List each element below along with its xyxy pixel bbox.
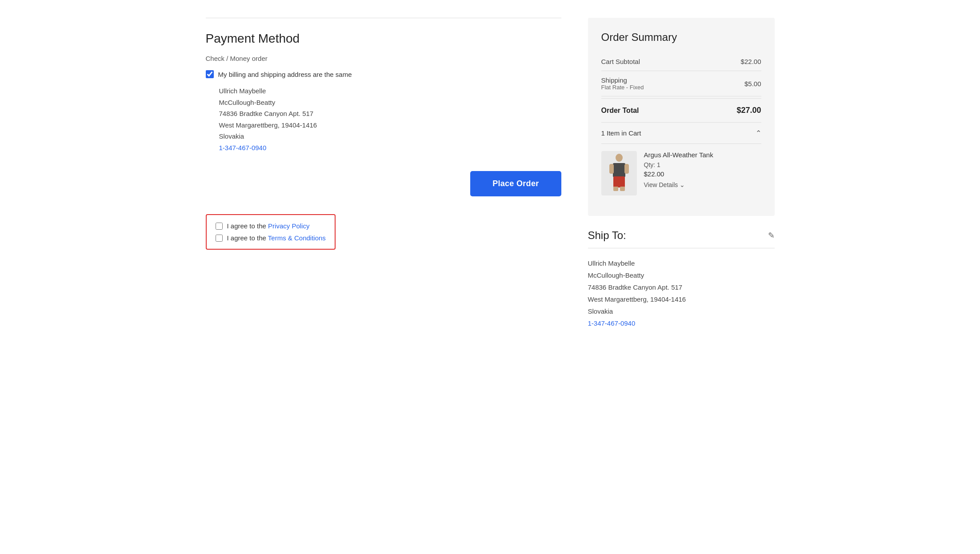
billing-same-label: My billing and shipping address are the … (218, 71, 352, 78)
chevron-up-icon: ⌃ (756, 129, 761, 137)
terms-conditions-checkbox[interactable] (216, 235, 223, 242)
svg-rect-2 (609, 164, 614, 174)
cart-items-toggle[interactable]: 1 Item in Cart ⌃ (601, 122, 761, 143)
privacy-text-prefix: I agree to the (227, 222, 268, 230)
shipping-sublabel: Flat Rate - Fixed (601, 84, 644, 91)
ship-country: Slovakia (588, 305, 775, 317)
terms-text-prefix: I agree to the (227, 234, 268, 242)
ship-address-block: Ullrich Maybelle McCullough-Beatty 74836… (588, 257, 775, 329)
place-order-button[interactable]: Place Order (470, 171, 561, 196)
billing-street: 74836 Bradtke Canyon Apt. 517 (219, 108, 561, 120)
item-image-svg (606, 153, 632, 193)
shipping-line: Shipping Flat Rate - Fixed $5.00 (601, 71, 761, 96)
item-price: $22.00 (644, 170, 761, 178)
ship-name: Ullrich Maybelle (588, 257, 775, 269)
billing-country: Slovakia (219, 131, 561, 142)
order-total-line: Order Total $27.00 (601, 98, 761, 122)
view-details-button[interactable]: View Details ⌄ (644, 181, 685, 188)
agreements-box: I agree to the Privacy Policy I agree to… (206, 214, 336, 250)
billing-city: West Margarettberg, 19404-1416 (219, 120, 561, 131)
ship-street: 74836 Bradtke Canyon Apt. 517 (588, 281, 775, 293)
item-image (601, 151, 637, 195)
shipping-value: $5.00 (744, 80, 761, 88)
svg-point-0 (616, 154, 623, 162)
left-column: Payment Method Check / Money order My bi… (206, 18, 561, 250)
order-total-label: Order Total (601, 107, 639, 115)
billing-address-block: Ullrich Maybelle McCullough-Beatty 74836… (219, 85, 561, 153)
billing-company: McCullough-Beatty (219, 97, 561, 108)
order-summary-box: Order Summary Cart Subtotal $22.00 Shipp… (588, 18, 775, 216)
ship-to-title: Ship To: (588, 229, 626, 242)
ship-city: West Margarettberg, 19404-1416 (588, 293, 775, 305)
cart-subtotal-line: Cart Subtotal $22.00 (601, 52, 761, 71)
item-name: Argus All-Weather Tank (644, 151, 761, 159)
cart-items-label: 1 Item in Cart (601, 129, 641, 137)
ship-to-box: Ship To: ✎ Ullrich Maybelle McCullough-B… (588, 229, 775, 329)
billing-phone[interactable]: 1-347-467-0940 (219, 144, 267, 151)
billing-name: Ullrich Maybelle (219, 85, 561, 97)
terms-conditions-label: I agree to the Terms & Conditions (227, 234, 326, 242)
privacy-policy-link[interactable]: Privacy Policy (268, 222, 309, 230)
privacy-policy-row: I agree to the Privacy Policy (216, 222, 326, 230)
privacy-policy-checkbox[interactable] (216, 223, 223, 230)
payment-method-label: Check / Money order (206, 55, 561, 62)
place-order-area: Place Order (206, 171, 561, 196)
shipping-label: Shipping (601, 76, 644, 84)
svg-rect-3 (624, 164, 629, 174)
right-column: Order Summary Cart Subtotal $22.00 Shipp… (588, 18, 775, 329)
top-divider (206, 18, 561, 18)
shipping-label-group: Shipping Flat Rate - Fixed (601, 76, 644, 91)
privacy-policy-label: I agree to the Privacy Policy (227, 222, 310, 230)
ship-phone[interactable]: 1-347-467-0940 (588, 319, 636, 327)
billing-same-checkbox[interactable] (206, 70, 214, 78)
svg-rect-5 (613, 187, 618, 191)
terms-conditions-link[interactable]: Terms & Conditions (268, 234, 326, 242)
order-total-value: $27.00 (736, 106, 761, 115)
cart-subtotal-value: $22.00 (741, 58, 761, 65)
ship-to-header: Ship To: ✎ (588, 229, 775, 248)
order-summary-title: Order Summary (601, 31, 761, 44)
ship-company: McCullough-Beatty (588, 269, 775, 281)
svg-rect-1 (613, 163, 625, 177)
edit-icon[interactable]: ✎ (768, 231, 775, 240)
cart-subtotal-label: Cart Subtotal (601, 58, 640, 65)
svg-rect-4 (613, 176, 625, 187)
svg-rect-6 (620, 187, 625, 191)
view-details-label: View Details (644, 181, 678, 188)
chevron-down-icon: ⌄ (680, 181, 685, 188)
item-details: Argus All-Weather Tank Qty: 1 $22.00 Vie… (644, 151, 761, 188)
item-qty: Qty: 1 (644, 161, 761, 168)
page-title: Payment Method (206, 32, 561, 46)
terms-conditions-row: I agree to the Terms & Conditions (216, 234, 326, 242)
billing-same-checkbox-row: My billing and shipping address are the … (206, 70, 561, 78)
cart-item-row: Argus All-Weather Tank Qty: 1 $22.00 Vie… (601, 144, 761, 203)
